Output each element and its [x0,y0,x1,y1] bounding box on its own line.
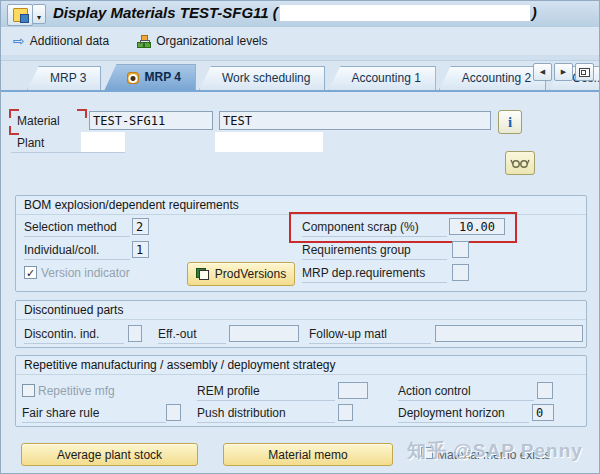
prodversions-label: ProdVersions [215,267,286,281]
mrp-dep-requirements-label: MRP dep.requirements [302,266,447,283]
average-plant-stock-label: Average plant stock [57,448,162,462]
component-scrap-label: Component scrap (%) [302,220,447,237]
additional-data-button[interactable]: ⇨ Additional data [13,34,109,48]
repetitive-group-title: Repetitive manufacturing / assembly / de… [16,356,586,375]
discontinued-parts-group: Discontinued parts Discontin. ind. Eff.-… [15,300,587,348]
material-memo-exists-label: Material memo exists [437,448,550,462]
rem-profile-label: REM profile [197,384,335,401]
display-mode-button[interactable] [505,151,535,175]
material-memo-label: Material memo [268,448,347,462]
individual-coll-label: Individual/coll. [24,243,130,260]
display-view-icon [127,72,139,84]
tab-list-button[interactable] [575,63,594,81]
eff-out-label: Eff.-out [158,327,226,344]
dropdown-icon: ▾ [37,13,41,22]
requirements-group-field[interactable] [452,241,469,258]
material-label: Material [17,114,60,128]
repetitive-mfg-label: Repetitive mfg [38,384,115,398]
follow-up-matl-label: Follow-up matl [309,327,431,344]
version-indicator-checkbox[interactable]: ✓ [24,266,37,279]
tab-work-scheduling[interactable]: Work scheduling [199,66,326,90]
fair-share-rule-field[interactable] [166,404,181,421]
plant-label: Plant [17,136,44,150]
info-button[interactable]: i [498,110,522,134]
material-description-field[interactable]: TEST [219,111,491,130]
services-dropdown-button[interactable]: ▾ [32,4,46,24]
page-title: Display Materials TEST-SFG11 ( ) [53,4,537,21]
check-icon: ✓ [26,267,35,279]
bom-group-title: BOM explosion/dependent requirements [16,196,586,215]
repetitive-mfg-checkbox[interactable] [22,384,35,397]
requirements-group-label: Requirements group [302,243,447,260]
application-toolbar: ⇨ Additional data Organizational levels [1,27,599,56]
tab-mrp4-label: MRP 4 [144,66,180,89]
rem-profile-field[interactable] [338,382,368,399]
discontin-ind-field[interactable] [128,325,142,342]
title-redacted-area [280,5,530,21]
eff-out-field[interactable] [229,325,299,342]
plant-field-redacted[interactable] [81,132,125,152]
glasses-icon [510,156,530,170]
services-for-object-button[interactable] [7,4,33,26]
scroll-left-icon: ◀ [540,68,545,76]
material-memo-exists-checkbox[interactable] [421,447,433,459]
action-control-field[interactable] [537,382,553,399]
bom-explosion-group: BOM explosion/dependent requirements Sel… [15,195,587,292]
title-text: Display Materials TEST-SFG11 ( [53,4,278,21]
mrp-dep-requirements-field[interactable] [452,264,469,281]
action-control-label: Action control [398,384,534,401]
component-scrap-field[interactable]: 10.00 [449,218,505,235]
average-plant-stock-button[interactable]: Average plant stock [21,443,198,466]
fair-share-rule-label: Fair share rule [22,406,166,423]
plant-row-underline [11,152,125,153]
prodversions-button[interactable]: ProdVersions [187,262,295,286]
tab-list-icon [579,68,590,77]
selection-method-label: Selection method [24,220,130,237]
tab-accounting1[interactable]: Accounting 1 [328,66,435,90]
scroll-right-icon: ▶ [561,68,566,76]
services-for-object-icon [13,8,28,22]
plant-description-redacted [215,132,323,152]
repetitive-mfg-group: Repetitive manufacturing / assembly / de… [15,355,587,427]
blue-arrow-icon: ⇨ [13,34,25,48]
org-levels-label: Organizational levels [156,34,267,48]
individual-coll-field[interactable]: 1 [132,241,149,258]
material-memo-button[interactable]: Material memo [223,443,393,466]
tab-scroll-left-button[interactable]: ◀ [533,63,552,81]
sap-window: ▾ Display Materials TEST-SFG11 ( ) ⇨ Add… [0,0,600,474]
material-field[interactable]: TEST-SFG11 [89,111,213,130]
tab-content: Material TEST-SFG11 TEST i Plant BOM exp… [1,90,599,473]
title-bar: ▾ Display Materials TEST-SFG11 ( ) [1,1,599,28]
organizational-levels-button[interactable]: Organizational levels [137,34,267,48]
discontinued-group-title: Discontinued parts [16,301,586,320]
push-distribution-field[interactable] [338,404,353,421]
tab-scroll-right-button[interactable]: ▶ [554,63,573,81]
info-icon: i [508,114,512,131]
deployment-horizon-label: Deployment horizon [398,406,529,423]
version-indicator-label: Version indicator [41,266,130,280]
org-chart-icon [137,35,151,48]
tab-mrp4[interactable]: MRP 4 [104,64,195,90]
tab-accounting2[interactable]: Accounting 2 [439,66,546,90]
push-distribution-label: Push distribution [197,406,335,423]
follow-up-matl-field[interactable] [435,325,583,342]
tab-mrp3[interactable]: MRP 3 [27,66,101,90]
tab-strip: MRP 3 MRP 4 Work scheduling Accounting 1… [1,60,599,90]
prod-versions-icon [196,268,209,280]
deployment-horizon-field[interactable]: 0 [532,404,554,421]
additional-data-label: Additional data [30,34,109,48]
discontin-ind-label: Discontin. ind. [24,327,124,344]
title-suffix: ) [532,4,537,21]
selection-method-field[interactable]: 2 [132,218,149,235]
